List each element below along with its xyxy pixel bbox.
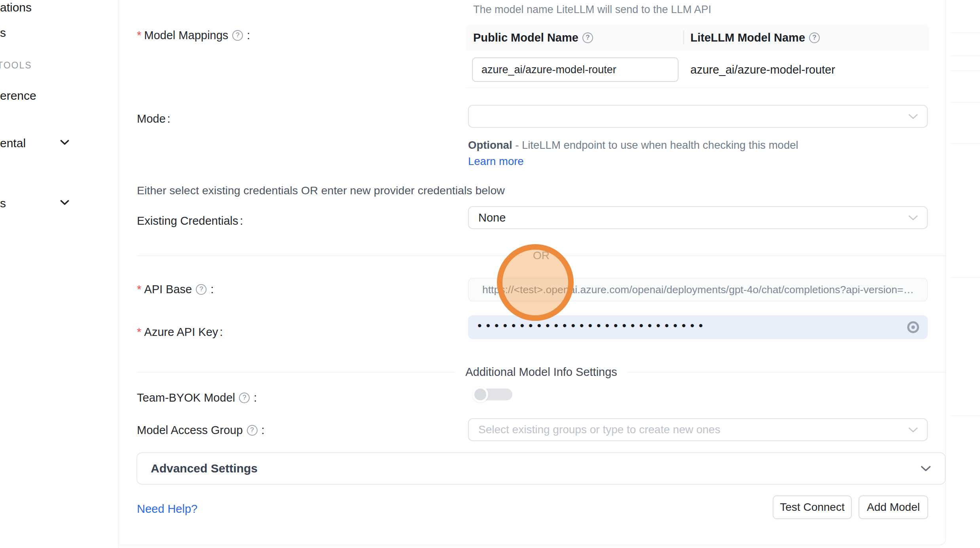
learn-more-link[interactable]: Learn more bbox=[468, 155, 524, 167]
test-connect-button[interactable]: Test Connect bbox=[773, 495, 852, 519]
column-header-litellm-model-name: LiteLLM Model Name bbox=[690, 25, 822, 51]
background-row-line bbox=[950, 415, 980, 416]
column-divider bbox=[683, 31, 684, 44]
team-byok-label: Team-BYOK Model bbox=[137, 392, 257, 404]
sidebar-item-s2[interactable]: s bbox=[0, 197, 6, 210]
label-colon bbox=[247, 29, 250, 41]
help-icon[interactable] bbox=[809, 32, 820, 43]
advanced-settings-panel[interactable]: Advanced Settings bbox=[136, 452, 946, 485]
label-colon bbox=[167, 113, 171, 125]
chevron-down-icon[interactable] bbox=[60, 140, 69, 145]
team-byok-toggle[interactable] bbox=[474, 389, 512, 400]
chevron-down-icon bbox=[908, 427, 918, 433]
mode-label: Mode bbox=[137, 113, 171, 125]
chevron-down-icon[interactable] bbox=[60, 200, 69, 205]
required-asterisk: * bbox=[137, 326, 141, 338]
background-row-line bbox=[950, 277, 980, 278]
help-icon[interactable] bbox=[247, 425, 258, 436]
chevron-down-icon bbox=[908, 114, 918, 119]
advanced-settings-title: Advanced Settings bbox=[151, 462, 258, 475]
background-row-line bbox=[950, 55, 980, 56]
mode-select[interactable] bbox=[468, 105, 928, 128]
model-mappings-table: Public Model Name LiteLLM Model Name azu… bbox=[466, 25, 929, 88]
add-model-page: ations s TOOLS erence ental s The model … bbox=[0, 0, 980, 548]
chevron-down-icon bbox=[908, 215, 918, 221]
help-icon[interactable] bbox=[232, 30, 243, 41]
api-base-label: * API Base bbox=[137, 283, 214, 295]
help-icon[interactable] bbox=[582, 32, 593, 43]
help-icon[interactable] bbox=[196, 284, 207, 295]
sidebar-item-ental[interactable]: ental bbox=[0, 137, 26, 150]
azure-api-key-label: * Azure API Key bbox=[137, 326, 223, 338]
api-base-input[interactable] bbox=[468, 278, 928, 301]
litellm-model-name-value: azure_ai/azure-model-router bbox=[690, 57, 835, 82]
sidebar-item-ations[interactable]: ations bbox=[0, 1, 32, 14]
existing-credentials-select[interactable]: None bbox=[468, 206, 928, 229]
label-colon bbox=[254, 392, 257, 404]
azure-api-key-input[interactable]: ••••••••••••••••••••••••••• bbox=[468, 315, 928, 339]
model-name-helper-text: The model name LiteLLM will send to the … bbox=[473, 3, 711, 16]
label-colon bbox=[210, 283, 214, 295]
public-model-name-input[interactable] bbox=[472, 57, 679, 82]
background-row-line bbox=[950, 32, 980, 33]
background-row-line bbox=[950, 70, 980, 71]
background-row-line bbox=[950, 102, 980, 103]
label-colon bbox=[240, 215, 243, 227]
sidebar: ations s TOOLS erence ental s bbox=[0, 0, 119, 548]
additional-settings-divider: Additional Model Info Settings bbox=[137, 366, 946, 379]
background-row-line bbox=[950, 143, 980, 144]
sidebar-item-erence[interactable]: erence bbox=[0, 89, 36, 102]
add-model-button[interactable]: Add Model bbox=[859, 495, 928, 519]
or-divider: OR bbox=[137, 249, 946, 262]
eye-icon[interactable] bbox=[906, 320, 920, 334]
sidebar-section-tools: TOOLS bbox=[0, 60, 32, 71]
masked-key-value: ••••••••••••••••••••••••••• bbox=[478, 314, 707, 338]
existing-credentials-label: Existing Credentials bbox=[137, 215, 243, 227]
label-colon bbox=[262, 424, 265, 436]
credentials-note: Either select existing credentials OR en… bbox=[137, 184, 505, 197]
model-access-group-input[interactable] bbox=[478, 423, 903, 436]
model-access-group-label: Model Access Group bbox=[137, 424, 265, 436]
sidebar-item-s1[interactable]: s bbox=[0, 26, 6, 40]
required-asterisk: * bbox=[137, 283, 141, 295]
need-help-link[interactable]: Need Help? bbox=[137, 502, 197, 516]
mode-help-text: Optional - LiteLLM endpoint to use when … bbox=[468, 137, 802, 169]
column-header-public-model-name: Public Model Name bbox=[473, 25, 595, 51]
model-access-group-select[interactable] bbox=[468, 418, 928, 441]
required-asterisk: * bbox=[137, 29, 141, 41]
model-mappings-label: * Model Mappings bbox=[137, 29, 250, 41]
chevron-down-icon bbox=[920, 465, 931, 472]
help-icon[interactable] bbox=[239, 393, 250, 403]
label-colon bbox=[220, 326, 223, 338]
toggle-knob bbox=[472, 387, 488, 402]
